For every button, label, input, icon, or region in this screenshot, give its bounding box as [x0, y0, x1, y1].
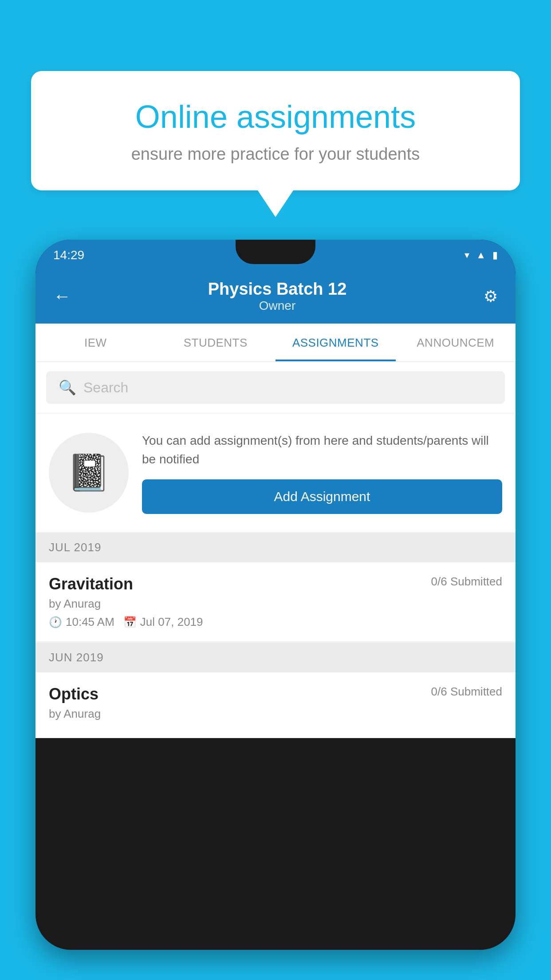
search-bar[interactable]: 🔍 Search — [46, 371, 505, 404]
status-icons: ▾ ▲ ▮ — [464, 249, 498, 261]
calendar-icon: 📅 — [123, 616, 137, 628]
tab-students[interactable]: STUDENTS — [156, 324, 276, 361]
settings-icon[interactable]: ⚙ — [484, 287, 498, 306]
section-header-jun: JUN 2019 — [35, 643, 516, 672]
assignment-date-gravitation: 📅 Jul 07, 2019 — [123, 615, 203, 629]
search-icon: 🔍 — [59, 379, 76, 396]
tab-assignments[interactable]: ASSIGNMENTS — [276, 324, 396, 361]
search-placeholder: Search — [83, 379, 128, 396]
clock-icon: 🕐 — [49, 616, 62, 628]
tabs-bar: IEW STUDENTS ASSIGNMENTS ANNOUNCEM — [35, 324, 516, 362]
assignment-info-text: You can add assignment(s) from here and … — [142, 431, 502, 469]
speech-bubble-container: Online assignments ensure more practice … — [31, 71, 520, 217]
phone-frame: 14:29 ▾ ▲ ▮ ← Physics Batch 12 Owner ⚙ I… — [35, 240, 516, 950]
notebook-icon: 📓 — [67, 452, 111, 494]
app-content: 🔍 Search 📓 You can add assignment(s) fro… — [35, 362, 516, 738]
wifi-icon: ▾ — [464, 249, 469, 261]
assignment-meta-row-gravitation: 🕐 10:45 AM 📅 Jul 07, 2019 — [49, 615, 502, 629]
assignment-item-optics[interactable]: Optics 0/6 Submitted by Anurag — [35, 672, 516, 738]
assignment-text-col: You can add assignment(s) from here and … — [142, 431, 502, 514]
assignment-item-row1-optics: Optics 0/6 Submitted — [49, 685, 502, 703]
assignment-submitted-gravitation: 0/6 Submitted — [431, 575, 502, 589]
header-center: Physics Batch 12 Owner — [208, 280, 347, 313]
assignment-submitted-optics: 0/6 Submitted — [431, 685, 502, 699]
speech-bubble-title: Online assignments — [62, 98, 489, 136]
back-button[interactable]: ← — [53, 286, 71, 306]
assignment-icon-circle: 📓 — [49, 433, 129, 513]
status-time: 14:29 — [53, 248, 84, 262]
add-assignment-button[interactable]: Add Assignment — [142, 479, 502, 514]
time-value-gravitation: 10:45 AM — [66, 615, 114, 629]
add-assignment-area: 📓 You can add assignment(s) from here an… — [35, 414, 516, 532]
phone-wrapper: 14:29 ▾ ▲ ▮ ← Physics Batch 12 Owner ⚙ I… — [35, 240, 516, 980]
search-container: 🔍 Search — [35, 362, 516, 413]
battery-icon: ▮ — [492, 249, 498, 261]
header-subtitle: Owner — [208, 299, 347, 313]
section-header-jul: JUL 2019 — [35, 533, 516, 562]
assignment-name-gravitation: Gravitation — [49, 575, 133, 593]
assignment-author-optics: by Anurag — [49, 707, 502, 721]
app-header: ← Physics Batch 12 Owner ⚙ — [35, 271, 516, 324]
assignment-item-gravitation[interactable]: Gravitation 0/6 Submitted by Anurag 🕐 10… — [35, 562, 516, 642]
signal-icon: ▲ — [476, 249, 486, 261]
assignment-time-gravitation: 🕐 10:45 AM — [49, 615, 114, 629]
assignment-author-gravitation: by Anurag — [49, 597, 502, 611]
notch — [236, 240, 315, 264]
tab-announcements[interactable]: ANNOUNCEM — [396, 324, 516, 361]
assignment-item-row1: Gravitation 0/6 Submitted — [49, 575, 502, 593]
tab-iew[interactable]: IEW — [35, 324, 156, 361]
speech-bubble: Online assignments ensure more practice … — [31, 71, 520, 190]
date-value-gravitation: Jul 07, 2019 — [140, 615, 203, 629]
header-title: Physics Batch 12 — [208, 280, 347, 299]
status-bar: 14:29 ▾ ▲ ▮ — [35, 240, 516, 271]
speech-bubble-subtitle: ensure more practice for your students — [62, 145, 489, 164]
speech-bubble-tail — [258, 190, 293, 217]
assignment-name-optics: Optics — [49, 685, 98, 703]
